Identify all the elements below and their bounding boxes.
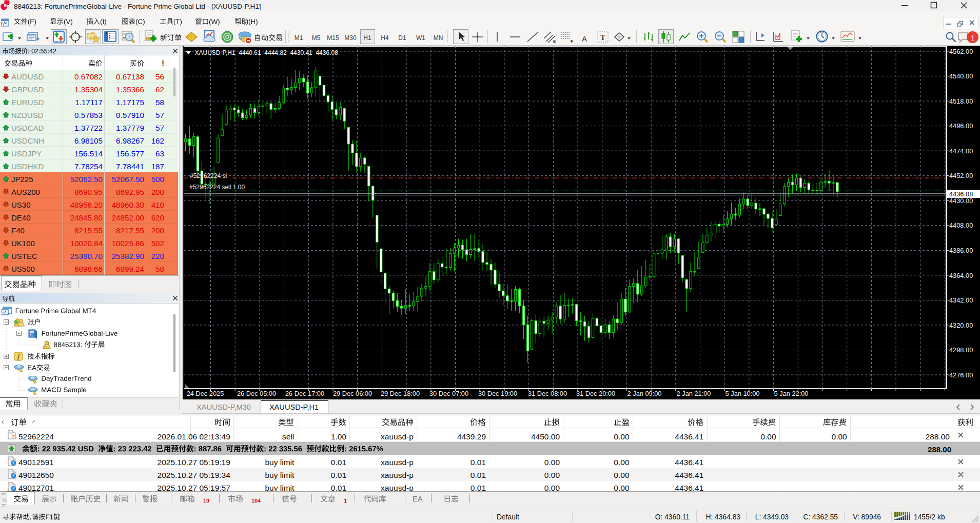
svg-text:T: T xyxy=(600,34,605,42)
svg-text:E: E xyxy=(553,39,556,44)
svg-text:F: F xyxy=(571,39,573,44)
